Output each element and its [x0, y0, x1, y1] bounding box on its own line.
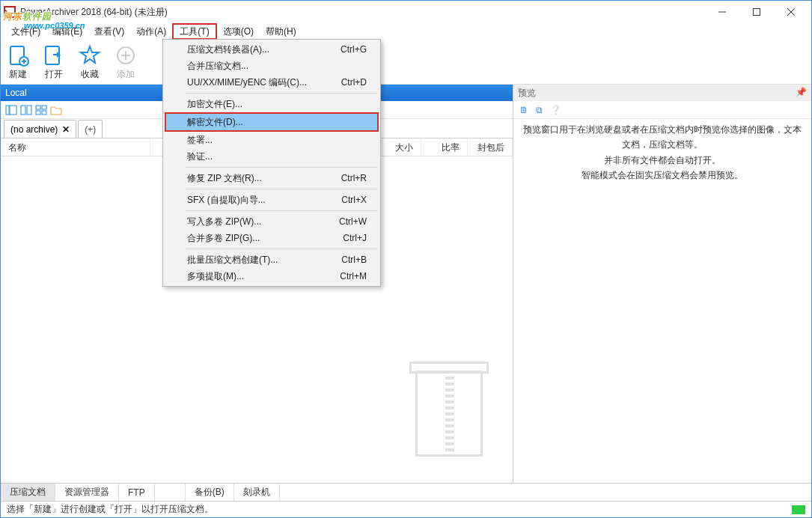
panels: Local (no archive) ✕ (+) 名称 类 大小 [1, 85, 811, 483]
menu-item-label: 合并压缩文档... [187, 60, 248, 73]
panel-right-title-text: 预览 [518, 87, 536, 100]
menu-options[interactable]: 选项(O) [217, 23, 260, 40]
titlebar: PowerArchiver 2018 (64-bit) (未注册) [1, 1, 811, 23]
col-ratio[interactable]: 比率 [421, 138, 468, 156]
pin-icon[interactable]: 📌 [796, 87, 807, 97]
menu-item-4[interactable]: 加密文件(E)... [165, 96, 379, 112]
btab-archive[interactable]: 压缩文档 [1, 484, 55, 501]
menu-item-label: 验证... [187, 150, 213, 163]
menu-item-label: SFX (自提取)向导... [187, 194, 266, 207]
bottom-tabs: 压缩文档 资源管理器 FTP 备份(B) 刻录机 [1, 483, 811, 501]
svg-rect-20 [42, 111, 46, 115]
app-icon [4, 6, 16, 18]
app-window: 河东软件园 www.pc0359.cn PowerArchiver 2018 (… [0, 0, 812, 518]
menu-item-1[interactable]: 合并压缩文档... [165, 58, 379, 74]
layout-single-icon[interactable] [5, 105, 17, 115]
btab-explorer[interactable]: 资源管理器 [55, 484, 119, 501]
menu-file[interactable]: 文件(F) [5, 23, 46, 40]
menu-item-9[interactable]: 修复 ZIP 文档(R)...Ctrl+R [165, 170, 379, 186]
svg-rect-16 [27, 106, 31, 115]
status-text: 选择「新建」进行创建或「打开」以打开压缩文档。 [7, 503, 213, 516]
svg-rect-13 [6, 106, 9, 115]
col-packed[interactable]: 封包后 [468, 138, 513, 156]
col-size[interactable]: 大小 [382, 138, 421, 156]
new-archive-icon [7, 44, 29, 67]
menu-item-shortcut: Ctrl+J [343, 233, 367, 243]
col-name[interactable]: 名称 [1, 138, 150, 156]
close-icon [787, 8, 795, 16]
tools-menu-dropdown: 压缩文档转换器(A)...Ctrl+G合并压缩文档...UU/XX/MIME/y… [162, 39, 381, 287]
svg-rect-15 [21, 106, 25, 115]
panel-right: 预览 📌 🗎 ⧉ ❔ 预览窗口用于在浏览硬盘或者在压缩文档内时预览你选择的图像，… [513, 85, 811, 483]
minimize-icon [718, 8, 726, 16]
layout-folder-icon[interactable] [50, 105, 62, 115]
menu-item-label: 压缩文档转换器(A)... [187, 43, 269, 56]
menu-view[interactable]: 查看(V) [88, 23, 130, 40]
toolbar: 新建 打开 收藏 添加 [1, 40, 811, 85]
menu-tools[interactable]: 工具(T) [172, 23, 216, 40]
tool-open-label: 打开 [45, 68, 63, 81]
menu-separator [186, 189, 377, 189]
star-icon [79, 44, 101, 67]
preview-toolbar: 🗎 ⧉ ❔ [513, 101, 811, 119]
menu-item-11[interactable]: SFX (自提取)向导...Ctrl+X [165, 192, 379, 208]
layout-dual-icon[interactable] [20, 105, 32, 115]
archive-watermark-icon [408, 348, 490, 460]
tool-favorite[interactable]: 收藏 [79, 44, 101, 81]
menu-item-16[interactable]: 批量压缩文档创建(T)...Ctrl+B [165, 252, 379, 268]
tool-new-label: 新建 [9, 68, 27, 81]
menu-item-label: 多项提取(M)... [187, 270, 244, 283]
svg-rect-1 [754, 9, 760, 16]
menu-item-shortcut: Ctrl+R [341, 173, 367, 183]
menu-item-shortcut: Ctrl+M [340, 271, 367, 281]
tab-no-archive[interactable]: (no archive) ✕ [4, 120, 76, 138]
btab-ftp[interactable]: FTP [119, 484, 155, 501]
window-title: PowerArchiver 2018 (64-bit) (未注册) [20, 6, 168, 19]
menu-item-label: 写入多卷 ZIP(W)... [187, 216, 261, 228]
preview-copy-icon[interactable]: ⧉ [536, 105, 543, 115]
menu-item-shortcut: Ctrl+D [341, 77, 367, 88]
menu-edit[interactable]: 编辑(E) [46, 23, 88, 40]
menu-separator [186, 210, 377, 211]
menu-help[interactable]: 帮助(H) [260, 23, 302, 40]
tool-add: 添加 [115, 44, 137, 81]
btab-burner[interactable]: 刻录机 [234, 484, 280, 501]
svg-rect-14 [10, 106, 16, 115]
menu-item-6[interactable]: 签署... [165, 132, 379, 148]
layout-grid-icon[interactable] [35, 105, 47, 115]
tab-add[interactable]: (+) [78, 120, 103, 138]
preview-text: 预览窗口用于在浏览硬盘或者在压缩文档内时预览你选择的图像，文本文档，压缩文档等。… [513, 119, 811, 186]
minimize-button[interactable] [705, 1, 739, 23]
menu-separator [186, 167, 377, 168]
menu-item-label: 修复 ZIP 文档(R)... [187, 172, 262, 185]
menu-item-7[interactable]: 验证... [165, 148, 379, 165]
menu-item-2[interactable]: UU/XX/MIME/yENC 编码(C)...Ctrl+D [165, 74, 379, 91]
menu-actions[interactable]: 动作(A) [130, 23, 172, 40]
preview-line1: 预览窗口用于在浏览硬盘或者在压缩文档内时预览你选择的图像，文本文档，压缩文档等。 [521, 122, 804, 153]
panel-left-title-text: Local [5, 88, 27, 98]
menu-item-0[interactable]: 压缩文档转换器(A)...Ctrl+G [165, 41, 379, 58]
menu-item-label: 签署... [187, 134, 213, 147]
tool-open[interactable]: 打开 [43, 44, 65, 81]
maximize-icon [753, 8, 760, 16]
close-button[interactable] [774, 1, 808, 23]
menu-separator [186, 249, 377, 249]
menu-item-label: 合并多卷 ZIP(G)... [187, 232, 260, 245]
menu-item-14[interactable]: 合并多卷 ZIP(G)...Ctrl+J [165, 230, 379, 246]
preview-doc-icon[interactable]: 🗎 [519, 105, 528, 115]
preview-line3: 智能模式会在固实压缩文档会禁用预览。 [521, 168, 804, 183]
tool-new[interactable]: 新建 [7, 44, 29, 81]
menu-item-17[interactable]: 多项提取(M)...Ctrl+M [165, 268, 379, 284]
menu-item-13[interactable]: 写入多卷 ZIP(W)...Ctrl+W [165, 213, 379, 230]
tab-close-icon[interactable]: ✕ [62, 124, 70, 135]
menu-item-shortcut: Ctrl+W [339, 216, 367, 227]
btab-backup[interactable]: 备份(B) [185, 484, 234, 501]
preview-line2: 并非所有文件都会自动打开。 [521, 153, 804, 168]
menu-item-5[interactable]: 解密文件(D)... [165, 112, 379, 132]
svg-rect-19 [36, 111, 40, 115]
panel-right-title: 预览 📌 [513, 85, 811, 101]
maximize-button[interactable] [739, 1, 774, 23]
menu-item-label: 批量压缩文档创建(T)... [187, 254, 278, 266]
preview-help-icon[interactable]: ❔ [550, 105, 561, 115]
menubar: 文件(F) 编辑(E) 查看(V) 动作(A) 工具(T) 选项(O) 帮助(H… [1, 23, 811, 40]
